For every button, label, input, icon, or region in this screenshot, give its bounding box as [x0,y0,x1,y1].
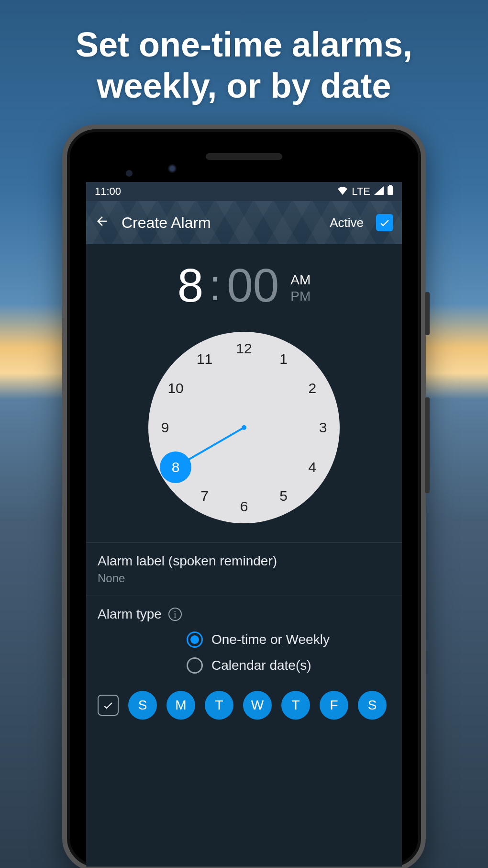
radio-icon [187,657,203,674]
day-4[interactable]: T [281,691,310,720]
network-label: LTE [352,185,370,198]
clock-number-3[interactable]: 3 [313,418,333,437]
minute-value[interactable]: 00 [227,259,279,313]
clock-number-1[interactable]: 1 [274,349,293,369]
clock-number-9[interactable]: 9 [155,418,175,437]
clock-number-10[interactable]: 10 [166,379,185,398]
radio-label: One-time or Weekly [211,632,330,647]
select-all-days-checkbox[interactable] [98,695,119,716]
battery-icon [388,185,393,198]
back-icon[interactable] [95,214,109,232]
wifi-icon [337,185,348,198]
clock-number-4[interactable]: 4 [303,458,322,477]
alarm-type-header: Alarm type i [86,596,402,627]
statusbar-time: 11:00 [95,185,121,198]
day-2[interactable]: T [205,691,233,720]
day-1[interactable]: M [166,691,195,720]
headline-line2: weekly, or by date [0,65,488,106]
time-separator: : [209,261,221,310]
info-icon[interactable]: i [168,608,182,621]
time-display: 8 : 00 AM PM [86,244,402,317]
svg-rect-1 [389,185,392,187]
am-toggle[interactable]: AM [290,272,311,288]
day-6[interactable]: S [358,691,387,720]
page-title: Create Alarm [122,214,211,232]
day-5[interactable]: F [320,691,348,720]
signal-icon [374,185,384,198]
active-label: Active [330,215,364,230]
clock-number-12[interactable]: 12 [234,339,254,358]
active-checkbox[interactable] [376,214,393,231]
clock-number-7[interactable]: 7 [195,486,214,506]
hour-value[interactable]: 8 [177,259,204,313]
alarm-label-value: None [98,572,390,585]
radio-label: Calendar date(s) [211,658,311,673]
marketing-headline: Set one-time alarms, weekly, or by date [0,0,488,107]
statusbar-right: LTE [337,185,393,198]
pm-toggle[interactable]: PM [290,289,311,304]
clock-picker[interactable]: 1212345678910118 [86,317,402,542]
svg-rect-0 [388,186,393,195]
clock-number-6[interactable]: 6 [234,497,254,516]
radio-icon [187,631,203,648]
status-bar: 11:00 LTE [86,182,402,201]
phone-side-button-2 [425,397,430,493]
phone-screen: 11:00 LTE Create Alarm Active [86,182,402,867]
headline-line1: Set one-time alarms, [0,24,488,65]
alarm-type-option-0[interactable]: One-time or Weekly [86,627,402,653]
phone-mockup: 11:00 LTE Create Alarm Active [62,124,426,868]
day-3[interactable]: W [243,691,272,720]
alarm-label-title: Alarm label (spoken reminder) [98,553,390,569]
clock-selected-hour[interactable]: 8 [160,451,191,483]
clock-number-2[interactable]: 2 [303,379,322,398]
clock-number-5[interactable]: 5 [274,486,293,506]
phone-side-button-1 [425,292,430,335]
day-0[interactable]: S [128,691,157,720]
days-row: SMTWTFS [86,678,402,720]
app-bar: Create Alarm Active [86,201,402,244]
clock-center-dot [242,425,246,430]
alarm-label-row[interactable]: Alarm label (spoken reminder) None [86,543,402,596]
alarm-type-option-1[interactable]: Calendar date(s) [86,653,402,678]
clock-number-11[interactable]: 11 [195,349,214,369]
alarm-type-title: Alarm type [98,607,162,622]
